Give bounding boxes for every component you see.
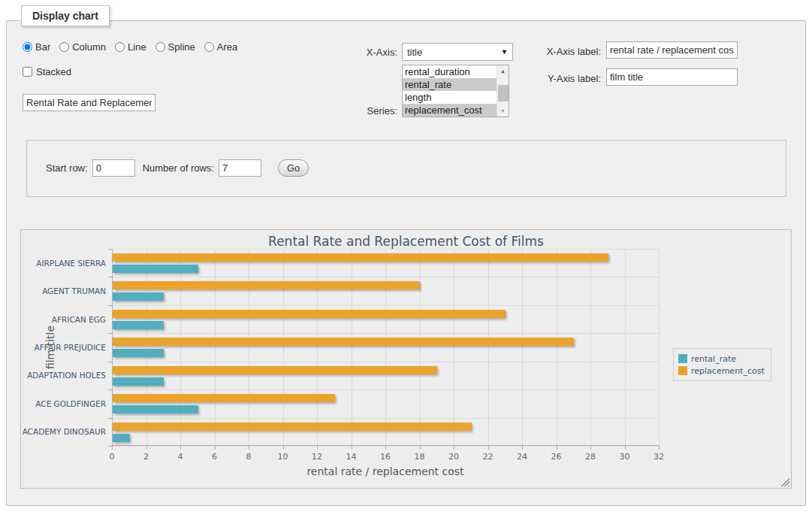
radio-line-input[interactable]: [115, 42, 125, 52]
x-tick-label: 20: [448, 452, 459, 462]
radio-column[interactable]: Column: [59, 41, 106, 53]
series-list-scrollbar[interactable]: ▲ ▼: [497, 65, 509, 117]
category-label: ACADEMY DINOSAUR: [8, 427, 106, 436]
bar-rental_rate: [113, 265, 198, 273]
stacked-label[interactable]: Stacked: [36, 66, 71, 77]
x-tick-label: 16: [380, 452, 391, 462]
chart-type-radio-group: Bar Column Line Spline Area: [23, 41, 243, 53]
x-tick-label: 28: [585, 452, 596, 462]
series-option-replacement-cost[interactable]: replacement_cost: [403, 104, 497, 117]
x-tick-label: 10: [278, 452, 288, 462]
rows-panel-controls: Start row: Number of rows: Go: [46, 159, 309, 177]
series-option-rental-rate[interactable]: rental_rate: [403, 78, 497, 91]
radio-spline[interactable]: Spline: [155, 41, 195, 53]
radio-area[interactable]: Area: [204, 41, 237, 53]
x-tick-label: 2: [143, 452, 149, 462]
x-tick-label: 26: [551, 452, 562, 462]
num-rows-input[interactable]: [219, 159, 261, 177]
x-tick-label: 18: [415, 452, 425, 462]
radio-column-input[interactable]: [59, 42, 69, 52]
chart-legend: rental_rate replacement_cost: [673, 348, 771, 381]
bar-rental_rate: [113, 292, 164, 301]
x-tick-label: 24: [517, 452, 527, 462]
chart-container: Rental Rate and Replacement Cost of Film…: [20, 229, 792, 489]
y-axis-title: film title: [44, 326, 56, 369]
scroll-up-icon[interactable]: ▲: [497, 65, 509, 77]
go-button[interactable]: Go: [278, 159, 309, 177]
bar-replacement_cost: [113, 310, 506, 318]
category-label: AIRPLANE SIERRA: [8, 259, 106, 268]
category-label: AFFAIR PREJUDICE: [8, 343, 106, 352]
series-listbox[interactable]: rental_duration rental_rate length repla…: [402, 65, 509, 117]
x-tick-label: 30: [620, 452, 630, 462]
stacked-checkbox[interactable]: [23, 67, 32, 77]
num-rows-label: Number of rows:: [143, 162, 214, 174]
x-axis-select-label: X-Axis:: [323, 47, 397, 58]
scroll-down-icon[interactable]: ▼: [497, 105, 509, 117]
series-option-rental-duration[interactable]: rental_duration: [403, 65, 497, 78]
bar-replacement_cost: [113, 394, 335, 402]
radio-bar[interactable]: Bar: [23, 41, 50, 53]
category-label: ACE GOLDFINGER: [8, 399, 106, 408]
x-tick-label: 12: [312, 452, 322, 462]
x-tick-label: 8: [246, 452, 252, 462]
chevron-down-icon: ▼: [501, 48, 508, 56]
x-tick-label: 32: [654, 452, 664, 462]
category-label: AGENT TRUMAN: [8, 286, 106, 295]
bar-replacement_cost: [113, 423, 472, 431]
category-label: ADAPTATION HOLES: [8, 371, 106, 380]
x-tick-label: 4: [178, 452, 183, 462]
radio-line[interactable]: Line: [115, 41, 146, 53]
bar-replacement_cost: [113, 338, 574, 346]
x-tick-label: 6: [212, 452, 217, 462]
radio-bar-input[interactable]: [23, 42, 32, 52]
x-tick-label: 22: [483, 452, 494, 462]
bar-rental_rate: [113, 321, 164, 329]
x-tick-label: 0: [110, 452, 115, 462]
legend-item-replacement-cost[interactable]: replacement_cost: [678, 365, 765, 377]
rental-rate-swatch-icon: [678, 354, 687, 363]
bar-rental_rate: [113, 405, 198, 414]
bar-rental_rate: [113, 377, 164, 386]
scrollbar-thumb[interactable]: [498, 85, 509, 101]
page: Display chart Bar Column Line Spline Are…: [0, 0, 812, 512]
stacked-checkbox-row: Stacked: [23, 66, 71, 77]
x-axis-title: rental rate / replacement cost: [112, 465, 659, 477]
radio-spline-input[interactable]: [155, 42, 165, 52]
chart-title-input[interactable]: [23, 94, 155, 111]
y-axis-label-input[interactable]: [606, 68, 738, 86]
rows-panel: Start row: Number of rows: Go: [26, 140, 786, 197]
x-tick-label: 14: [346, 452, 357, 462]
radio-area-input[interactable]: [204, 42, 214, 52]
bar-replacement_cost: [113, 253, 608, 262]
start-row-input[interactable]: [92, 159, 135, 177]
series-list-label: Series:: [323, 105, 397, 117]
start-row-label: Start row:: [46, 162, 88, 174]
x-axis-selected-value: title: [407, 47, 422, 58]
legend-item-rental-rate[interactable]: rental_rate: [678, 353, 765, 365]
chart-plot-area: AIRPLANE SIERRAAGENT TRUMANAFRICAN EGGAF…: [112, 249, 659, 446]
x-axis-label-field-label: X-Axis label:: [526, 46, 601, 57]
resize-handle[interactable]: [780, 477, 789, 486]
category-label: AFRICAN EGG: [8, 315, 106, 324]
y-axis-label-field-label: Y-Axis label:: [526, 73, 601, 84]
bar-rental_rate: [113, 349, 164, 357]
chart-title: Rental Rate and Replacement Cost of Film…: [21, 234, 791, 249]
x-axis-select[interactable]: title ▼: [402, 43, 513, 61]
x-axis-label-input[interactable]: [606, 41, 738, 59]
bar-replacement_cost: [113, 366, 437, 374]
panel-legend: Display chart: [21, 5, 110, 26]
series-option-length[interactable]: length: [403, 91, 497, 104]
replacement-cost-swatch-icon: [678, 366, 687, 375]
bar-rental_rate: [113, 434, 130, 442]
bar-replacement_cost: [113, 281, 420, 289]
